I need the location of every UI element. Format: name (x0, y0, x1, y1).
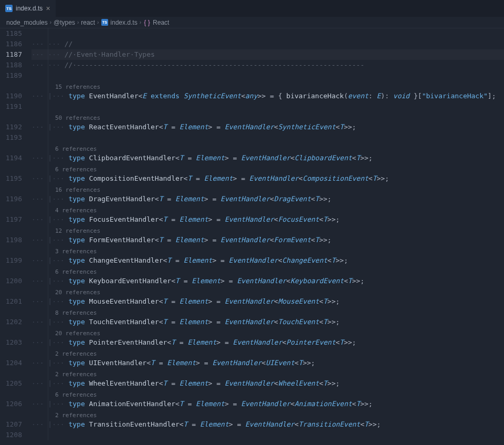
chevron-right-icon: › (50, 19, 51, 25)
code-line[interactable]: 20 references··· |··· type MouseEventHan… (32, 286, 504, 307)
codelens-references[interactable]: 12 references (32, 225, 504, 235)
line-number: 1208 (0, 430, 22, 440)
tab-active[interactable]: TS index.d.ts × (0, 0, 56, 17)
code-line[interactable]: 6 references··· |··· type AnimationEvent… (32, 389, 504, 409)
tab-bar: TS index.d.ts × (0, 0, 504, 17)
line-number: 1197 (0, 204, 22, 225)
codelens-references[interactable]: 16 references (32, 184, 504, 194)
codelens-references[interactable]: 6 references (32, 389, 504, 399)
line-number: 1198 (0, 225, 22, 245)
ts-icon: TS (101, 19, 108, 26)
line-number: 1205 (0, 368, 22, 389)
codelens-references[interactable]: 3 references (32, 245, 504, 255)
line-number: 1202 (0, 307, 22, 327)
line-number: 1204 (0, 348, 22, 368)
gutter: 1185118611871188118911901191119211931194… (0, 28, 32, 440)
crumb-node-modules[interactable]: node_modules (6, 19, 48, 26)
codelens-references[interactable]: 15 references (32, 81, 504, 91)
code-line[interactable]: 4 references··· |··· type FocusEventHand… (32, 204, 504, 225)
line-number: 1199 (0, 245, 22, 266)
code-line[interactable] (32, 28, 504, 39)
code-line[interactable]: 2 references··· |··· type TransitionEven… (32, 409, 504, 430)
crumb-file[interactable]: TS index.d.ts (101, 19, 137, 26)
code-line[interactable]: 2 references··· |··· type UIEventHandler… (32, 348, 504, 368)
line-number: 1193 (0, 132, 22, 143)
code-line[interactable]: 15 references··· |··· type EventHandler<… (32, 81, 504, 101)
line-number: 1187 (0, 49, 22, 60)
code-line[interactable] (32, 430, 504, 440)
line-number: 1190 (0, 81, 22, 101)
tab-filename: index.d.ts (16, 5, 43, 12)
line-number: 1186 (0, 39, 22, 49)
codelens-references[interactable]: 2 references (32, 409, 504, 419)
chevron-right-icon: › (140, 19, 141, 25)
codelens-references[interactable]: 8 references (32, 307, 504, 317)
chevron-right-icon: › (97, 19, 99, 25)
code-line[interactable]: ··· ··· //·-----------------------------… (32, 60, 504, 70)
code-line[interactable]: 6 references··· |··· type ClipboardEvent… (32, 143, 504, 163)
line-number: 1188 (0, 60, 22, 70)
line-number: 1200 (0, 266, 22, 286)
code-line[interactable]: 6 references··· |··· type CompositionEve… (32, 163, 504, 184)
line-number: 1203 (0, 327, 22, 348)
code-line[interactable]: 3 references··· |··· type ChangeEventHan… (32, 245, 504, 266)
code-line[interactable] (32, 101, 504, 112)
codelens-references[interactable]: 4 references (32, 204, 504, 214)
svg-text:TS: TS (102, 20, 108, 25)
code-line[interactable]: 50 references··· |··· type ReactEventHan… (32, 112, 504, 132)
svg-text:TS: TS (6, 6, 12, 11)
indent-guide (48, 28, 48, 440)
ts-icon: TS (5, 5, 13, 12)
codelens-references[interactable]: 2 references (32, 368, 504, 378)
codelens-references[interactable]: 6 references (32, 143, 504, 153)
code-line[interactable]: 12 references··· |··· type FormEventHand… (32, 225, 504, 245)
close-icon[interactable]: × (46, 4, 50, 13)
code-line[interactable]: 20 references··· |··· type PointerEventH… (32, 327, 504, 348)
breadcrumb[interactable]: node_modules › @types › react › TS index… (0, 17, 504, 28)
line-number: 1194 (0, 143, 22, 163)
code-line[interactable]: 8 references··· |··· type TouchEventHand… (32, 307, 504, 327)
code-line[interactable]: 6 references··· |··· type KeyboardEventH… (32, 266, 504, 286)
line-number: 1206 (0, 389, 22, 409)
codelens-references[interactable]: 2 references (32, 348, 504, 358)
codelens-references[interactable]: 6 references (32, 266, 504, 276)
code-line[interactable] (32, 70, 504, 81)
line-number: 1196 (0, 184, 22, 204)
line-number: 1207 (0, 409, 22, 430)
codelens-references[interactable]: 20 references (32, 327, 504, 337)
code-line[interactable] (32, 132, 504, 143)
crumb-react[interactable]: react (81, 19, 95, 26)
crumb-types[interactable]: @types (54, 19, 75, 26)
line-number: 1192 (0, 112, 22, 132)
codelens-references[interactable]: 6 references (32, 163, 504, 173)
chevron-right-icon: › (77, 19, 79, 25)
code-area[interactable]: ··· ··· //··· ··· //·Event·Handler·Types… (32, 28, 504, 440)
line-number: 1191 (0, 101, 22, 112)
braces-icon: { } (143, 19, 151, 26)
code-line[interactable]: ··· ··· // (32, 39, 504, 49)
codelens-references[interactable]: 20 references (32, 286, 504, 296)
line-number: 1189 (0, 70, 22, 81)
crumb-symbol[interactable]: { } React (143, 19, 169, 26)
line-number: 1195 (0, 163, 22, 184)
code-line[interactable]: ··· ··· //·Event·Handler·Types (32, 49, 504, 60)
code-line[interactable]: 2 references··· |··· type WheelEventHand… (32, 368, 504, 389)
code-editor[interactable]: 1185118611871188118911901191119211931194… (0, 28, 504, 440)
line-number: 1201 (0, 286, 22, 307)
codelens-references[interactable]: 50 references (32, 112, 504, 122)
line-number: 1185 (0, 28, 22, 39)
code-line[interactable]: 16 references··· |··· type DragEventHand… (32, 184, 504, 204)
